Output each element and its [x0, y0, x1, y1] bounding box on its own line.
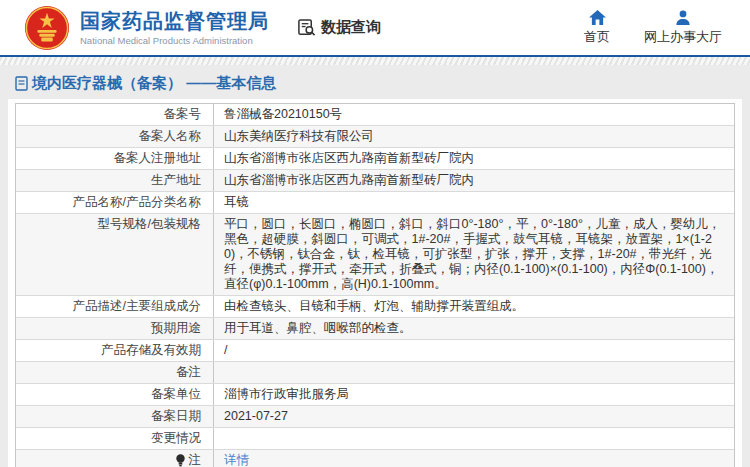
row-value: 用于耳道、鼻腔、咽喉部的检查。: [214, 318, 734, 339]
row-label: 备案人注册地址: [16, 148, 214, 169]
row-label: 型号规格/包装规格: [16, 214, 214, 295]
row-label: 产品名称/产品分类名称: [16, 192, 214, 213]
table-row-product-name: 产品名称/产品分类名称 耳镜: [16, 192, 734, 214]
org-title-block: 国家药品监督管理局 National Medical Products Admi…: [80, 9, 269, 46]
row-value: 山东省淄博市张店区西九路南首新型砖厂院内: [214, 170, 734, 191]
row-value: 山东美纳医疗科技有限公司: [214, 126, 734, 147]
table-row-registrant-name: 备案人名称 山东美纳医疗科技有限公司: [16, 126, 734, 148]
row-value: 2021-07-27: [214, 406, 734, 427]
site-header: 国家药品监督管理局 National Medical Products Admi…: [0, 0, 750, 57]
org-name-zh: 国家药品监督管理局: [80, 9, 269, 33]
data-query-label: 数据查询: [321, 18, 381, 37]
nav-service-hall[interactable]: 网上办事大厅: [644, 10, 722, 46]
table-row-remarks: 备注: [16, 362, 734, 384]
detail-link[interactable]: 详情: [224, 453, 249, 467]
row-label: 备案号: [16, 104, 214, 125]
table-row-storage-validity: 产品存储及有效期 /: [16, 340, 734, 362]
header-nav: 首页 网上办事大厅: [584, 10, 722, 46]
row-label: 变更情况: [16, 428, 214, 449]
row-label: 预期用途: [16, 318, 214, 339]
lamp-icon: [175, 454, 186, 467]
note-label: 注: [189, 453, 202, 467]
page-title: 境内医疗器械（备案） ——基本信息: [0, 65, 750, 99]
row-label: 生产地址: [16, 170, 214, 191]
table-row-note: 注 详情: [16, 450, 734, 467]
nav-home-label: 首页: [584, 28, 610, 46]
org-name-en: National Medical Products Administration: [80, 35, 269, 46]
home-icon: [589, 10, 606, 25]
table-row-model-specs: 型号规格/包装规格 平口，圆口，长圆口，椭圆口，斜口，斜口0°-180°，平，0…: [16, 214, 734, 296]
row-label: 备案人名称: [16, 126, 214, 147]
national-emblem-logo: [24, 5, 70, 51]
row-label: 备注: [16, 362, 214, 383]
table-row-record-authority: 备案单位 淄博市行政审批服务局: [16, 384, 734, 406]
table-row-intended-use: 预期用途 用于耳道、鼻腔、咽喉部的检查。: [16, 318, 734, 340]
record-info-table: 备案号 鲁淄械备20210150号 备案人名称 山东美纳医疗科技有限公司 备案人…: [15, 103, 735, 467]
row-value: /: [214, 340, 734, 361]
row-value: 详情: [214, 450, 734, 467]
row-value: 由检查镜头、目镜和手柄、灯泡、辅助撑开装置组成。: [214, 296, 734, 317]
page-title-text: 境内医疗器械（备案） ——基本信息: [32, 74, 276, 93]
row-label: 备案日期: [16, 406, 214, 427]
row-label: 产品描述/主要组成成分: [16, 296, 214, 317]
person-icon: [675, 10, 691, 25]
row-value: 鲁淄械备20210150号: [214, 104, 734, 125]
row-label: 产品存储及有效期: [16, 340, 214, 361]
nav-home[interactable]: 首页: [584, 10, 610, 46]
row-label: 注: [16, 450, 214, 467]
row-label: 备案单位: [16, 384, 214, 405]
nav-service-hall-label: 网上办事大厅: [644, 28, 722, 46]
table-row-change-status: 变更情况: [16, 428, 734, 450]
table-row-production-address: 生产地址 山东省淄博市张店区西九路南首新型砖厂院内: [16, 170, 734, 192]
table-row-product-description: 产品描述/主要组成成分 由检查镜头、目镜和手柄、灯泡、辅助撑开装置组成。: [16, 296, 734, 318]
table-row-record-date: 备案日期 2021-07-27: [16, 406, 734, 428]
row-value: 耳镜: [214, 192, 734, 213]
row-value: 淄博市行政审批服务局: [214, 384, 734, 405]
data-query-icon: [297, 18, 316, 37]
row-value: 山东省淄博市张店区西九路南首新型砖厂院内: [214, 148, 734, 169]
table-row-record-number: 备案号 鲁淄械备20210150号: [16, 104, 734, 126]
document-icon: [15, 76, 28, 91]
table-row-registered-address: 备案人注册地址 山东省淄博市张店区西九路南首新型砖厂院内: [16, 148, 734, 170]
content-panel: 备案号 鲁淄械备20210150号 备案人名称 山东美纳医疗科技有限公司 备案人…: [8, 99, 742, 467]
row-value: [214, 428, 734, 449]
nav-data-query[interactable]: 数据查询: [297, 18, 381, 37]
hatch-divider: [0, 57, 750, 65]
row-value: [214, 362, 734, 383]
row-value: 平口，圆口，长圆口，椭圆口，斜口，斜口0°-180°，平，0°-180°，儿童，…: [214, 214, 734, 295]
